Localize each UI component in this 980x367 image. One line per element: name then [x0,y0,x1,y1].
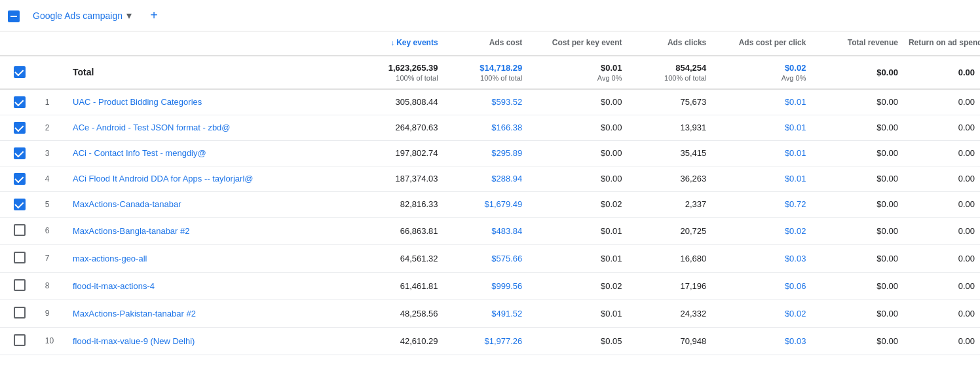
row-name-cell[interactable]: MaxActions-Canada-tanabar [67,191,343,217]
row-total-revenue-cell: $0.00 [811,299,903,327]
th-cost-per-key-event[interactable]: Cost per key event [527,31,627,56]
row-num-cell: 4 [40,166,67,191]
row-key-events-cell: 42,610.29 [343,327,443,355]
th-roas[interactable]: Return on ad spend [903,31,980,56]
row-check-cell[interactable] [0,272,40,299]
row-ads-cost-cell: $593.52 [443,89,528,115]
row-ads-clicks-cell: 2,337 [628,191,712,217]
select-all-checkbox[interactable] [8,10,20,22]
row-roas-cell: 0.00 [903,115,980,140]
row-total-revenue-cell: $0.00 [811,140,903,166]
total-name-cell: Total [67,56,343,89]
row-check-cell[interactable] [0,166,40,191]
row-roas-cell: 0.00 [903,166,980,191]
row-roas-cell: 0.00 [903,217,980,244]
total-ads-cost-cell: $14,718.29 100% of total [443,56,528,89]
total-check-cell[interactable] [0,56,40,89]
row-cost-per-key-event-cell: $0.01 [527,217,627,244]
row-cost-per-key-event-cell: $0.02 [527,191,627,217]
total-row: Total 1,623,265.39 100% of total $14,718… [0,56,980,89]
row-checkbox[interactable] [14,122,26,134]
row-ads-clicks-cell: 75,673 [628,89,712,115]
total-ads-clicks-cell: 854,254 100% of total [628,56,712,89]
row-checkbox[interactable] [14,224,26,236]
table-row: 7 max-actions-geo-all 64,561.32 $575.66 … [0,244,980,272]
campaign-selector[interactable]: Google Ads campaign ▾ [28,7,137,24]
header-checkbox-wrapper[interactable] [8,9,20,22]
table-container: Google Ads campaign ▾ + ↓Key events [0,0,980,367]
row-name-cell[interactable]: ACe - Android - Test JSON format - zbd@ [67,115,343,140]
row-num-cell: 8 [40,272,67,299]
row-roas-cell: 0.00 [903,140,980,166]
row-num-cell: 9 [40,299,67,327]
row-cost-per-key-event-cell: $0.00 [527,140,627,166]
th-key-events[interactable]: ↓Key events [343,31,443,56]
row-checkbox[interactable] [14,252,26,263]
row-ads-cost-per-click-cell: $0.06 [711,272,811,299]
row-roas-cell: 0.00 [903,89,980,115]
table-row: 5 MaxActions-Canada-tanabar 82,816.33 $1… [0,191,980,217]
row-check-cell[interactable] [0,217,40,244]
row-num-cell: 3 [40,140,67,166]
row-ads-cost-cell: $483.84 [443,217,528,244]
row-check-cell[interactable] [0,191,40,217]
row-ads-clicks-cell: 16,680 [628,244,712,272]
row-name-cell[interactable]: UAC - Product Bidding Categories [67,89,343,115]
row-check-cell[interactable] [0,115,40,140]
row-total-revenue-cell: $0.00 [811,272,903,299]
row-roas-cell: 0.00 [903,272,980,299]
row-key-events-cell: 48,258.56 [343,299,443,327]
row-name-cell[interactable]: flood-it-max-actions-4 [67,272,343,299]
row-checkbox[interactable] [14,334,26,346]
row-ads-clicks-cell: 17,196 [628,272,712,299]
th-ads-clicks[interactable]: Ads clicks [628,31,712,56]
th-ads-cost[interactable]: Ads cost [443,31,528,56]
table-row: 6 MaxActions-Bangla-tanabar #2 66,863.81… [0,217,980,244]
th-name [67,31,343,56]
row-total-revenue-cell: $0.00 [811,217,903,244]
row-ads-cost-per-click-cell: $0.03 [711,327,811,355]
row-num-cell: 7 [40,244,67,272]
row-check-cell[interactable] [0,299,40,327]
row-ads-cost-cell: $1,679.49 [443,191,528,217]
row-checkbox[interactable] [14,199,26,210]
total-key-events-cell: 1,623,265.39 100% of total [343,56,443,89]
row-checkbox[interactable] [14,279,26,291]
row-ads-cost-cell: $999.56 [443,272,528,299]
row-ads-clicks-cell: 36,263 [628,166,712,191]
total-checkbox[interactable] [14,66,26,78]
row-checkbox[interactable] [14,147,26,159]
row-cost-per-key-event-cell: $0.05 [527,327,627,355]
row-total-revenue-cell: $0.00 [811,327,903,355]
row-checkbox[interactable] [14,96,26,108]
row-name-cell[interactable]: MaxActions-Pakistan-tanabar #2 [67,299,343,327]
th-ads-cost-per-click[interactable]: Ads cost per click [711,31,811,56]
row-key-events-cell: 305,808.44 [343,89,443,115]
th-check [0,31,40,56]
row-ads-cost-cell: $491.52 [443,299,528,327]
row-check-cell[interactable] [0,327,40,355]
row-check-cell[interactable] [0,89,40,115]
row-checkbox[interactable] [14,173,26,185]
row-cost-per-key-event-cell: $0.00 [527,89,627,115]
header-row: Google Ads campaign ▾ + [0,0,980,31]
row-name-cell[interactable]: ACi Flood It Android DDA for Apps -- tay… [67,166,343,191]
row-name-cell[interactable]: max-actions-geo-all [67,244,343,272]
row-cost-per-key-event-cell: $0.01 [527,244,627,272]
row-name-cell[interactable]: ACi - Contact Info Test - mengdiy@ [67,140,343,166]
row-checkbox[interactable] [14,307,26,319]
row-check-cell[interactable] [0,244,40,272]
row-name-cell[interactable]: flood-it-max-value-9 (New Delhi) [67,327,343,355]
row-name-cell[interactable]: MaxActions-Bangla-tanabar #2 [67,217,343,244]
row-key-events-cell: 66,863.81 [343,217,443,244]
add-button[interactable]: + [145,7,163,25]
row-total-revenue-cell: $0.00 [811,89,903,115]
th-total-revenue[interactable]: Total revenue [811,31,903,56]
row-key-events-cell: 61,461.81 [343,272,443,299]
row-ads-clicks-cell: 70,948 [628,327,712,355]
row-check-cell[interactable] [0,140,40,166]
table-row: 3 ACi - Contact Info Test - mengdiy@ 197… [0,140,980,166]
row-total-revenue-cell: $0.00 [811,244,903,272]
table-row: 10 flood-it-max-value-9 (New Delhi) 42,6… [0,327,980,355]
row-cost-per-key-event-cell: $0.01 [527,299,627,327]
